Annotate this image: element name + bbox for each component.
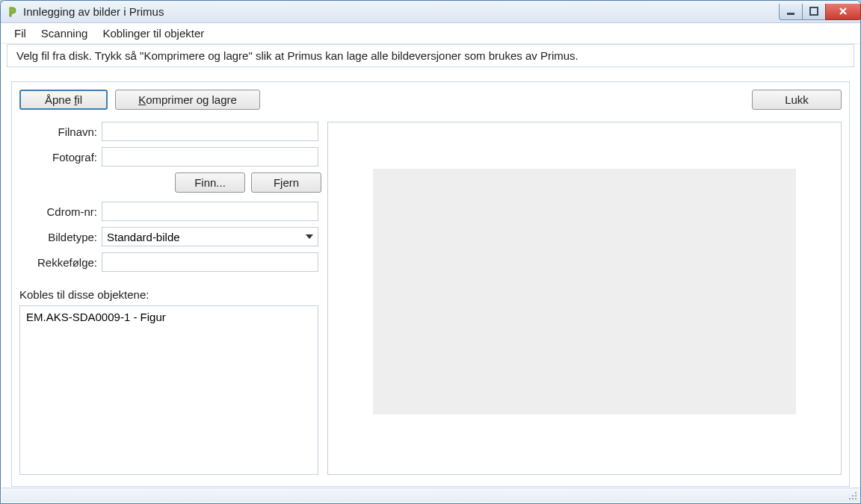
svg-rect-3 [852,498,854,500]
label-fotograf: Fotograf: [19,151,102,164]
svg-rect-0 [787,13,794,15]
svg-rect-7 [855,492,857,494]
body-columns: Filnavn: Fotograf: Finn... Fjern Cdrom-n… [19,122,842,475]
label-bildetype: Bildetype: [19,231,102,243]
find-button[interactable]: Finn... [175,172,245,193]
menu-scanning[interactable]: Scanning [34,25,96,42]
filnavn-input[interactable] [102,122,318,141]
svg-rect-5 [849,498,851,500]
window-title: Innlegging av bilder i Primus [23,5,164,18]
bildetype-select[interactable]: Standard-bilde [102,227,318,246]
info-text: Velg fil fra disk. Trykk så "Komprimere … [7,44,854,67]
left-column: Filnavn: Fotograf: Finn... Fjern Cdrom-n… [19,122,318,475]
menu-koblinger[interactable]: Koblinger til objekter [95,25,212,42]
window-controls [779,4,860,20]
image-preview-area [373,169,796,414]
list-item[interactable]: EM.AKS-SDA0009-1 - Figur [26,311,312,323]
titlebar: Innlegging av bilder i Primus [1,1,860,23]
svg-rect-6 [852,495,854,497]
minimize-button[interactable] [779,4,803,20]
objects-listbox[interactable]: EM.AKS-SDA0009-1 - Figur [19,305,318,475]
menu-fil[interactable]: Fil [7,25,34,42]
close-dialog-button[interactable]: Lukk [752,90,842,110]
app-icon [7,6,19,18]
open-file-label: Åpne fil [45,93,82,106]
label-cdrom: Cdrom-nr: [19,205,102,218]
compress-save-button[interactable]: Komprimer og lagre [115,90,260,110]
label-filnavn: Filnavn: [19,125,102,138]
content-panel: Åpne fil Komprimer og lagre Lukk Filnavn… [11,81,850,487]
maximize-icon [809,7,818,16]
preview-panel [327,122,842,475]
chevron-down-icon [306,234,313,239]
svg-rect-1 [810,7,818,15]
close-button[interactable] [825,4,861,20]
compress-save-label: Komprimer og lagre [138,93,237,106]
status-bar [1,488,860,503]
fotograf-input[interactable] [102,147,318,167]
rekkefolge-input[interactable] [102,252,318,272]
main-window: Innlegging av bilder i Primus Fil Scanni… [0,0,861,504]
svg-rect-2 [855,498,857,500]
menubar: Fil Scanning Koblinger til objekter [1,23,860,44]
label-rekkefolge: Rekkefølge: [19,256,102,269]
cdrom-input[interactable] [102,202,318,221]
bildetype-value: Standard-bilde [107,231,180,243]
minimize-icon [786,7,795,16]
svg-rect-4 [855,495,857,497]
toolbar-row: Åpne fil Komprimer og lagre Lukk [19,90,842,110]
resize-grip-icon[interactable] [848,491,858,501]
close-icon [838,6,848,16]
open-file-button[interactable]: Åpne fil [19,90,108,110]
kobles-label: Kobles til disse objektene: [19,288,318,301]
maximize-button[interactable] [802,4,826,20]
remove-button[interactable]: Fjern [251,172,321,193]
